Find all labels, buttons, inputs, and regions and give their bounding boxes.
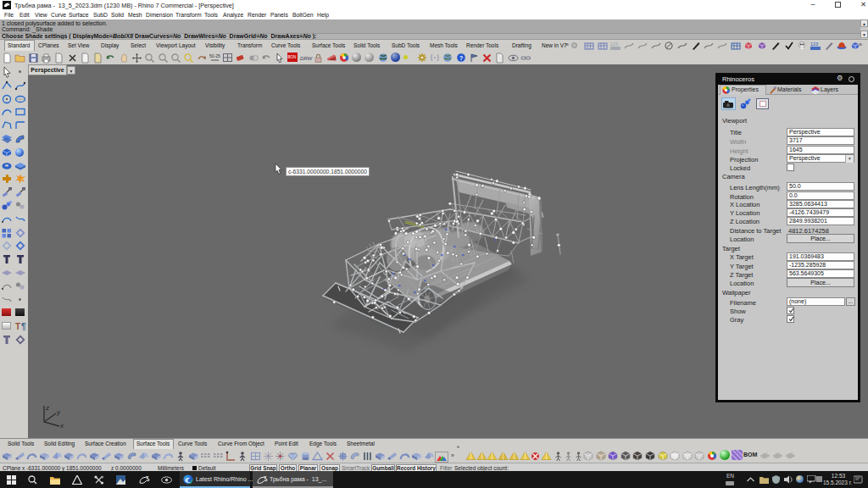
svg-text:123: 123 [610, 42, 618, 47]
svg-text:¶: ¶ [21, 322, 26, 331]
svg-text:?: ? [459, 55, 463, 61]
svg-text:123: 123 [810, 42, 818, 47]
svg-text:z: z [45, 404, 49, 412]
svg-text:50-25: 50-25 [209, 53, 220, 58]
svg-text:DRW: DRW [300, 56, 313, 61]
svg-text:y: y [56, 408, 61, 416]
svg-text:x: x [59, 422, 64, 428]
svg-text:T: T [15, 322, 20, 331]
